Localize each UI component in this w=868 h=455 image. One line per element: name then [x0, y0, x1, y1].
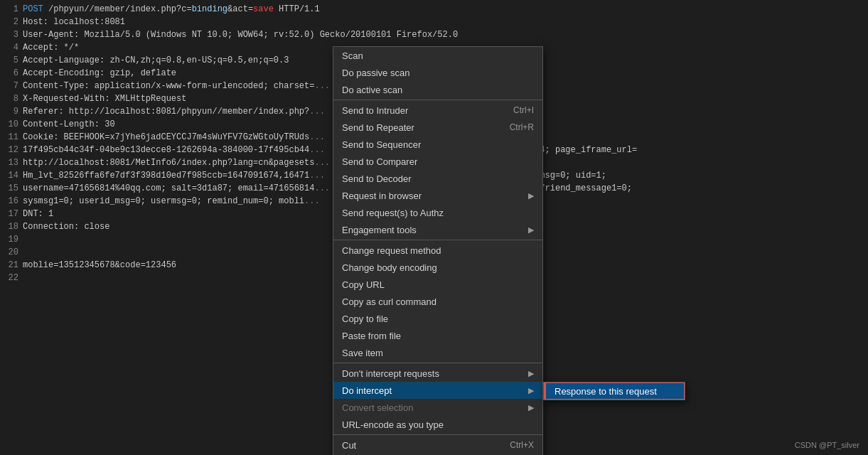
menu-item-do-passive-scan[interactable]: Do passive scan — [333, 64, 542, 81]
menu-item-copy-to-file[interactable]: Copy to file — [333, 310, 542, 327]
context-menu: Scan Do passive scan Do active scan Send… — [333, 46, 543, 455]
menu-item-do-active-scan[interactable]: Do active scan — [333, 81, 542, 98]
line-1: 1POST /phpyun//member/index.php?c=bindin… — [6, 3, 862, 16]
arrow-icon-2: ▶ — [528, 225, 534, 235]
arrow-icon-5: ▶ — [528, 403, 534, 412]
arrow-icon-4: ▶ — [528, 386, 534, 395]
menu-item-send-authz[interactable]: Send request(s) to Authz — [333, 204, 542, 221]
line-2: 2Host: localhost:8081 — [6, 16, 862, 28]
menu-item-cut[interactable]: Cut Ctrl+X — [333, 437, 542, 454]
menu-item-do-intercept[interactable]: Do intercept ▶ Response to this request — [333, 382, 542, 399]
separator-4 — [333, 434, 542, 435]
menu-item-scan[interactable]: Scan — [333, 47, 542, 64]
menu-item-url-encode[interactable]: URL-encode as you type — [333, 416, 542, 433]
menu-item-change-request-method[interactable]: Change request method — [333, 242, 542, 259]
menu-item-send-to-intruder[interactable]: Send to Intruder Ctrl+I — [333, 102, 542, 119]
arrow-icon-3: ▶ — [528, 369, 534, 378]
menu-item-copy-as-curl[interactable]: Copy as curl command — [333, 293, 542, 310]
separator-2 — [333, 240, 542, 240]
menu-item-dont-intercept[interactable]: Don't intercept requests ▶ — [333, 365, 542, 382]
submenu-item-response-to-request[interactable]: Response to this request — [544, 382, 685, 400]
menu-item-send-to-decoder[interactable]: Send to Decoder — [333, 170, 542, 187]
menu-item-send-to-repeater[interactable]: Send to Repeater Ctrl+R — [333, 119, 542, 136]
separator-1 — [333, 100, 542, 100]
separator-3 — [333, 363, 542, 363]
bottom-label: CSDN @PT_silver — [795, 441, 859, 449]
menu-item-paste-from-file[interactable]: Paste from file — [333, 327, 542, 344]
line-3: 3User-Agent: Mozilla/5.0 (Windows NT 10.… — [6, 28, 862, 41]
menu-item-copy-url[interactable]: Copy URL — [333, 276, 542, 293]
arrow-icon: ▶ — [528, 191, 534, 200]
menu-item-send-to-sequencer[interactable]: Send to Sequencer — [333, 136, 542, 153]
menu-item-change-body-encoding[interactable]: Change body encoding — [333, 259, 542, 276]
menu-item-request-in-browser[interactable]: Request in browser ▶ — [333, 187, 542, 204]
menu-item-engagement-tools[interactable]: Engagement tools ▶ — [333, 221, 542, 238]
do-intercept-submenu: Response to this request — [543, 382, 685, 400]
menu-item-convert-selection: Convert selection ▶ — [333, 399, 542, 416]
menu-item-send-to-comparer[interactable]: Send to Comparer — [333, 153, 542, 170]
menu-item-save-item[interactable]: Save item — [333, 344, 542, 361]
